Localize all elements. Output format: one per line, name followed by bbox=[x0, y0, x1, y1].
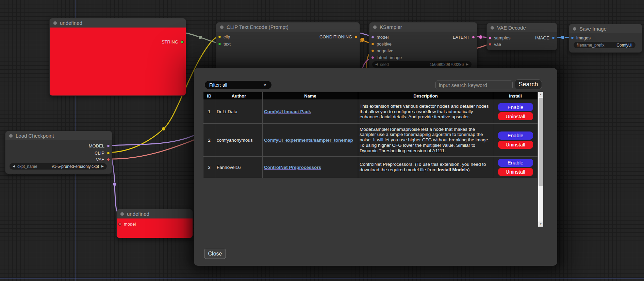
collapse-dot-icon[interactable] bbox=[491, 26, 494, 30]
ckpt-prev-icon[interactable]: ◀ bbox=[13, 165, 15, 168]
output-port-string[interactable]: STRING bbox=[162, 39, 184, 44]
wire-dot-string bbox=[199, 36, 202, 39]
seed-increment-icon[interactable]: ▶ bbox=[466, 63, 468, 66]
node-undefined-bottom[interactable]: undefined model bbox=[116, 209, 193, 238]
latent-image-input-dot[interactable] bbox=[371, 56, 374, 59]
input-port-samples[interactable]: samples bbox=[489, 35, 510, 40]
extension-name-link[interactable]: ComfyUI_experiments/sampler_tonemap bbox=[264, 138, 353, 143]
node-save-image[interactable]: Save Image images filename_prefix ComfyU… bbox=[569, 24, 642, 53]
input-port-vae[interactable]: vae bbox=[489, 42, 501, 47]
node-clip-text-encode[interactable]: CLIP Text Encode (Prompt) clip text COND… bbox=[216, 22, 360, 72]
samples-input-dot[interactable] bbox=[489, 36, 492, 39]
node-body: model positive negative latent_image LAT… bbox=[369, 32, 477, 71]
node-title: Load Checkpoint bbox=[16, 133, 54, 139]
input-port-clip[interactable]: clip bbox=[218, 34, 230, 39]
seed-widget[interactable]: ◀ seed 156680208700286 ▶ bbox=[372, 61, 472, 68]
text-input-dot[interactable] bbox=[218, 42, 221, 46]
input-port-positive[interactable]: positive bbox=[371, 41, 392, 46]
string-output-dot[interactable] bbox=[181, 40, 184, 43]
enable-button[interactable]: Enable bbox=[498, 131, 533, 140]
node-body: samples vae IMAGE bbox=[487, 32, 557, 50]
extension-description: This extension offers various detector n… bbox=[358, 100, 493, 124]
input-port-negative[interactable]: negative bbox=[371, 48, 393, 53]
node-title-bar[interactable]: Load Checkpoint bbox=[5, 131, 112, 140]
node-title-bar[interactable]: undefined bbox=[50, 18, 186, 28]
search-input[interactable] bbox=[435, 81, 513, 89]
extension-name-link[interactable]: ComfyUI Impact Pack bbox=[264, 109, 311, 114]
collapse-dot-icon[interactable] bbox=[53, 21, 57, 25]
filename-prefix-value: ComfyUI bbox=[616, 43, 632, 48]
input-port-images[interactable]: images bbox=[571, 35, 591, 40]
output-port-latent[interactable]: LATENT bbox=[453, 35, 475, 39]
close-button[interactable]: Close bbox=[204, 249, 226, 259]
clip-output-dot[interactable] bbox=[107, 152, 110, 155]
output-port-image[interactable]: IMAGE bbox=[535, 35, 555, 40]
node-load-checkpoint[interactable]: Load Checkpoint MODEL CLIP VAE ◀ ckpt_na… bbox=[5, 131, 112, 174]
node-vae-decode[interactable]: VAE Decode samples vae IMAGE bbox=[486, 23, 557, 50]
wire-dot-latent bbox=[479, 35, 483, 39]
collapse-dot-icon[interactable] bbox=[573, 27, 576, 31]
node-title-bar[interactable]: KSampler bbox=[369, 22, 477, 32]
seed-decrement-icon[interactable]: ◀ bbox=[375, 63, 378, 66]
ckpt-name-widget[interactable]: ◀ ckpt_name v1-5-pruned-emaonly.ckpt ▶ bbox=[10, 163, 107, 170]
output-port-model[interactable]: MODEL bbox=[89, 143, 110, 148]
filter-select[interactable]: Filter: all ⌄ bbox=[205, 81, 271, 89]
collapse-dot-icon[interactable] bbox=[373, 25, 377, 29]
scrollbar-track[interactable]: ▲ ▼ bbox=[538, 92, 543, 227]
extension-row: 2comfyanonymousComfyUI_experiments/sampl… bbox=[203, 124, 538, 157]
uninstall-button[interactable]: Uninstall bbox=[498, 112, 533, 120]
scrollbar-thumb[interactable] bbox=[539, 98, 543, 186]
image-output-dot[interactable] bbox=[552, 36, 555, 39]
extension-row: 3Fannovel16ControlNet PreprocessorsContr… bbox=[203, 157, 538, 178]
extension-description: ModelSamplerTonemapNoiseTest a node that… bbox=[358, 124, 493, 157]
collapse-dot-icon[interactable] bbox=[9, 134, 13, 138]
node-title-bar[interactable]: VAE Decode bbox=[487, 23, 557, 32]
model-output-dot[interactable] bbox=[107, 144, 110, 147]
output-port-clip[interactable]: CLIP bbox=[95, 151, 110, 155]
uninstall-button[interactable]: Uninstall bbox=[498, 141, 533, 149]
node-ksampler[interactable]: KSampler model positive negative latent_… bbox=[369, 22, 477, 71]
clip-input-dot[interactable] bbox=[218, 35, 221, 38]
enable-button[interactable]: Enable bbox=[498, 159, 533, 167]
input-port-model[interactable]: model bbox=[371, 35, 389, 39]
vae-output-dot[interactable] bbox=[107, 158, 110, 161]
filename-prefix-widget[interactable]: filename_prefix ComfyUI bbox=[574, 42, 635, 48]
seed-value: 156680208700286 bbox=[430, 62, 464, 67]
vae-input-dot[interactable] bbox=[489, 43, 492, 46]
collapse-dot-icon[interactable] bbox=[120, 212, 124, 216]
extensions-table-body: 1Dr.Lt.DataComfyUI Impact PackThis exten… bbox=[203, 100, 538, 178]
node-title-bar[interactable]: undefined bbox=[117, 209, 193, 218]
enable-button[interactable]: Enable bbox=[498, 103, 533, 111]
extension-name-cell: ControlNet Preprocessors bbox=[263, 157, 358, 178]
model-input-dot[interactable] bbox=[371, 36, 374, 39]
input-port-latent-image[interactable]: latent_image bbox=[371, 55, 402, 60]
input-port-model[interactable]: model bbox=[118, 222, 136, 226]
node-body-error: model bbox=[117, 218, 193, 238]
extension-name-link[interactable]: ControlNet Preprocessors bbox=[264, 165, 321, 170]
model-input-dot[interactable] bbox=[118, 223, 121, 226]
output-port-vae[interactable]: VAE bbox=[96, 157, 110, 162]
extension-manager-dialog: Filter: all ⌄ Search ID Author Name Desc… bbox=[194, 68, 557, 266]
extension-install-cell: EnableUninstall bbox=[493, 100, 538, 124]
scroll-up-icon[interactable]: ▲ bbox=[538, 92, 543, 97]
images-input-dot[interactable] bbox=[571, 36, 574, 39]
input-port-text[interactable]: text bbox=[218, 41, 231, 46]
ckpt-next-icon[interactable]: ▶ bbox=[101, 165, 104, 168]
latent-output-dot[interactable] bbox=[472, 36, 475, 39]
output-port-conditioning[interactable]: CONDITIONING bbox=[319, 34, 358, 39]
node-graph-canvas[interactable]: undefined STRING CLIP Text Encode (Promp… bbox=[0, 0, 644, 281]
collapse-dot-icon[interactable] bbox=[220, 25, 224, 29]
node-title-bar[interactable]: CLIP Text Encode (Prompt) bbox=[216, 22, 360, 32]
node-title-bar[interactable]: Save Image bbox=[569, 24, 642, 33]
scroll-down-icon[interactable]: ▼ bbox=[538, 222, 543, 227]
negative-input-dot[interactable] bbox=[371, 49, 374, 52]
search-button[interactable]: Search bbox=[515, 80, 542, 89]
node-body: images filename_prefix ComfyUI bbox=[569, 33, 642, 52]
ckpt-name-value: v1-5-pruned-emaonly.ckpt bbox=[52, 164, 99, 169]
positive-input-dot[interactable] bbox=[371, 42, 374, 46]
wire-dot-clip bbox=[162, 127, 166, 131]
header-description: Description bbox=[358, 92, 493, 100]
uninstall-button[interactable]: Uninstall bbox=[498, 168, 533, 176]
node-undefined-top[interactable]: undefined STRING bbox=[49, 18, 186, 96]
conditioning-output-dot[interactable] bbox=[354, 35, 358, 38]
